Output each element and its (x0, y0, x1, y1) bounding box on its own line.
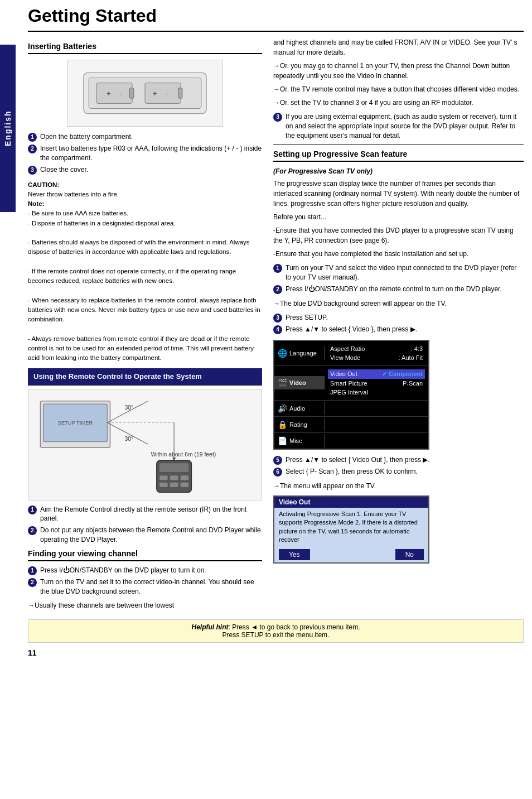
col-right: and highest channels and may be called F… (273, 37, 524, 614)
finding-channel-header: Finding your viewing channel (28, 549, 262, 561)
yes-button[interactable]: Yes (279, 549, 310, 560)
prog-step-6: 6 (273, 468, 282, 476)
svg-rect-26 (170, 482, 178, 487)
menu-icon-audio: 🔊 Audio (274, 402, 325, 415)
video-out-title: Video Out (274, 497, 428, 508)
menu-row-language: 🌐 Language Aspect Ratio : 4:3 View Mode (274, 341, 428, 366)
prog-scan-section: (For Progressive Scan TV only) The progr… (273, 167, 524, 563)
arrow-usually: →Usually these channels are between the … (28, 600, 262, 610)
caution-title: CAUTION: (28, 181, 59, 188)
find-step-1: 1 (28, 566, 37, 575)
prog-steps-list3: 5 Press ▲/▼ to select { Video Out }, the… (273, 455, 524, 476)
prog-steps-list2: 3 Press SETUP. 4 Press ▲/▼ to select { V… (273, 313, 524, 334)
menu-screenshot: 🌐 Language Aspect Ratio : 4:3 View Mode (273, 340, 429, 450)
right-steps-extra: 3 If you are using external equipment, (… (273, 112, 524, 140)
video-out-buttons: Yes No (274, 547, 428, 562)
right-step-3: 3 (273, 113, 282, 122)
list-item: 3 If you are using external equipment, (… (273, 112, 524, 140)
inserting-batteries-header: Inserting Batteries (28, 42, 262, 54)
svg-text:30°: 30° (125, 405, 134, 411)
ensure1: -Ensure that you have connected this DVD… (273, 225, 524, 246)
prog-steps-list: 1 Turn on your TV and select the video i… (273, 263, 524, 294)
menu-item-viewmode: View Mode : Auto Fit (328, 353, 425, 362)
remote-diagram: SETUP TIMER 30° 30° Within about 6m (19 … (28, 389, 262, 500)
svg-text:-: - (166, 89, 168, 98)
arrow-menu: →The menu will appear on the TV. (273, 481, 524, 491)
svg-text:+: + (153, 89, 157, 98)
menu-icon-video: 🎬 Video (274, 376, 325, 389)
find-step-2: 2 (28, 578, 37, 587)
svg-rect-5 (178, 88, 182, 98)
helpful-hint-text2: Press SETUP to exit the menu item. (223, 631, 330, 639)
svg-rect-21 (159, 463, 188, 472)
inserting-steps-list: 1 Open the battery compartment. 2 Insert… (28, 132, 262, 175)
svg-rect-2 (96, 83, 132, 104)
menu-item-videoout: Video Out ✓ Component (328, 369, 425, 379)
step-number-2: 2 (28, 145, 37, 153)
svg-rect-27 (181, 482, 189, 487)
menu-icon-rating: 🔒 Rating (274, 418, 325, 431)
arrow-blue: →The blue DVD background screen will app… (273, 299, 524, 309)
prog-step-1: 1 (273, 264, 282, 273)
svg-rect-25 (159, 482, 168, 487)
sidebar: English (0, 45, 16, 212)
bullet1: →Or, you may go to channel 1 on your TV,… (273, 61, 524, 81)
list-item: 3 Close the cover. (28, 165, 262, 175)
continued-text: and highest channels and may be called F… (273, 37, 524, 57)
divider-1 (273, 145, 524, 145)
prog-scan-description: The progressive scan display twice the n… (273, 179, 524, 209)
main-content: Getting Started Inserting Batteries (20, 0, 532, 663)
remote-steps-list: 1 Aim the Remote Control directly at the… (28, 505, 262, 545)
using-remote-header: Using the Remote Control to Operate the … (28, 368, 262, 385)
svg-text:-: - (119, 89, 122, 98)
list-item: 2 Press I/⏻ON/STANDBY on the remote cont… (273, 285, 524, 294)
list-item: 4 Press ▲/▼ to select { Video }, then pr… (273, 325, 524, 334)
list-item: 2 Insert two batteries type R03 or AAA, … (28, 144, 262, 163)
svg-rect-4 (145, 83, 181, 104)
list-item: 1 Turn on your TV and select the video i… (273, 263, 524, 282)
svg-rect-24 (181, 475, 189, 480)
list-item: 1 Press I/⏻ON/STANDBY on the DVD player … (28, 566, 262, 575)
note-title: Note: (28, 200, 44, 207)
svg-rect-22 (159, 475, 168, 480)
list-item: 1 Aim the Remote Control directly at the… (28, 505, 262, 524)
list-item: 5 Press ▲/▼ to select { Video Out }, the… (273, 455, 524, 465)
menu-item-jpeginterval: JPEG Interval (328, 388, 425, 397)
menu-row-misc: 📄 Misc (274, 433, 428, 449)
menu-icon-language: 🌐 Language (274, 346, 325, 360)
remote-step-1: 1 (28, 506, 37, 514)
ensure2: -Ensure that you have completed the basi… (273, 249, 524, 259)
prog-scan-header: Setting up Progressive Scan feature (273, 150, 524, 162)
finding-steps-list: 1 Press I/⏻ON/STANDBY on the DVD player … (28, 566, 262, 596)
note-item-6: - Always remove batteries from remote co… (28, 335, 254, 362)
note-item-5: - When necessary to replace batteries in… (28, 297, 260, 323)
page-title: Getting Started (28, 6, 524, 32)
menu-item-aspect: Aspect Ratio : 4:3 (328, 344, 425, 353)
note-item-2: - Dispose of batteries in a designated d… (28, 220, 176, 227)
menu-right-misc (325, 439, 428, 443)
svg-rect-3 (130, 88, 134, 98)
remote-step-2: 2 (28, 526, 37, 535)
svg-rect-23 (170, 475, 178, 480)
svg-text:30°: 30° (125, 435, 134, 441)
menu-right-audio (325, 406, 428, 411)
prog-step-2: 2 (273, 285, 282, 294)
list-item: 2 Do not put any objects between the Rem… (28, 526, 262, 545)
svg-text:Within about 6m (19 feet): Within about 6m (19 feet) (151, 451, 216, 457)
video-out-body: Activating Progressive Scan 1. Ensure yo… (274, 508, 428, 547)
menu-right-video: Video Out ✓ Component Smart Picture P-Sc… (325, 367, 428, 399)
battery-image: + - + - (67, 60, 223, 127)
menu-right-rating (325, 422, 428, 427)
svg-text:+: + (107, 89, 111, 98)
two-col-layout: Inserting Batteries + (28, 37, 524, 614)
prog-step-4: 4 (273, 325, 282, 334)
caution-block: CAUTION: Never throw batteries into a fi… (28, 180, 262, 363)
no-button[interactable]: No (395, 549, 424, 560)
step-number-1: 1 (28, 133, 37, 142)
menu-row-audio: 🔊 Audio (274, 401, 428, 417)
list-item: 6 Select { P- Scan }, then press OK to c… (273, 467, 524, 476)
step-number-3: 3 (28, 166, 37, 175)
svg-text:SETUP TIMER: SETUP TIMER (58, 420, 93, 425)
menu-right-language: Aspect Ratio : 4:3 View Mode : Auto Fit (325, 342, 428, 364)
prog-step-5: 5 (273, 456, 282, 465)
